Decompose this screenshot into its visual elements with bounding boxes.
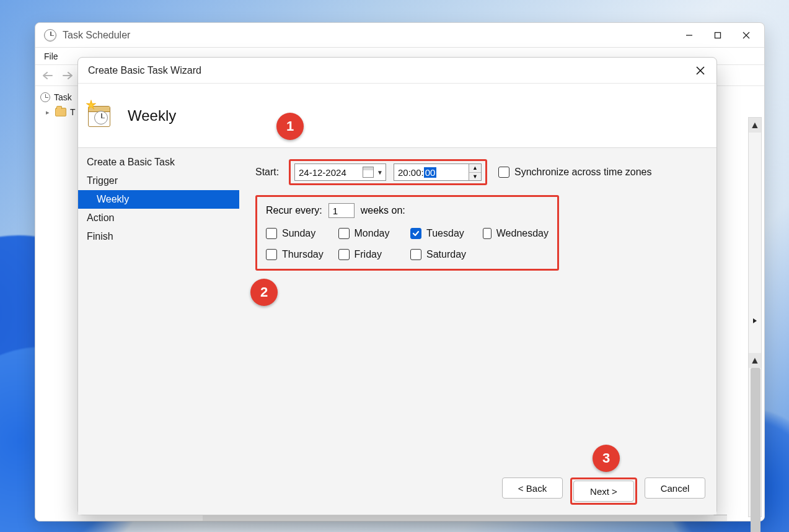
wizard-heading: Weekly xyxy=(128,107,176,124)
annotation-highlight-1: 24-12-2024 ▼ 20:00:00 ▲ ▼ xyxy=(289,159,487,185)
scroll-up-button-2[interactable]: ▲ xyxy=(749,353,761,368)
recur-row: Recur every: 1 weeks on: xyxy=(266,203,549,218)
time-spinner[interactable]: ▲ ▼ xyxy=(469,164,481,180)
scroll-thumb[interactable] xyxy=(751,368,760,532)
day-checkbox-friday[interactable]: Friday xyxy=(338,249,405,260)
spin-down-icon[interactable]: ▼ xyxy=(469,173,481,181)
step-trigger[interactable]: Trigger xyxy=(78,172,239,190)
nav-forward-button[interactable] xyxy=(59,68,76,84)
annotation-badge-2: 2 xyxy=(250,279,278,306)
menu-file[interactable]: File xyxy=(42,50,61,63)
next-button[interactable]: Next > xyxy=(573,481,634,502)
wizard-footer: < Back Next > Cancel xyxy=(502,477,705,505)
sync-timezones-checkbox[interactable]: Synchronize across time zones xyxy=(498,167,651,178)
titlebar: Task Scheduler xyxy=(35,23,764,48)
window-title: Task Scheduler xyxy=(63,30,130,41)
weeks-on-label: weeks on: xyxy=(361,205,405,216)
wizard-title: Create Basic Task Wizard xyxy=(88,65,201,76)
start-row: Start: 24-12-2024 ▼ 20:00:00 xyxy=(255,159,700,185)
recur-every-label: Recur every: xyxy=(266,205,322,216)
wizard-header: Weekly xyxy=(78,84,716,148)
bottom-panel-edge xyxy=(203,515,587,521)
wizard-steps: Create a Basic Task Trigger Weekly Actio… xyxy=(78,148,239,515)
chevron-down-icon: ▼ xyxy=(377,169,383,176)
calendar-icon xyxy=(363,167,374,178)
start-label: Start: xyxy=(255,167,283,178)
step-create[interactable]: Create a Basic Task xyxy=(78,153,239,172)
bottom-panel-edge xyxy=(541,515,727,521)
maximize-button[interactable] xyxy=(703,25,732,45)
day-checkbox-monday[interactable]: Monday xyxy=(338,228,405,239)
day-label: Tuesday xyxy=(426,228,464,239)
checkbox-box xyxy=(498,167,509,178)
sync-timezones-label: Synchronize across time zones xyxy=(514,167,651,178)
spin-up-icon[interactable]: ▲ xyxy=(469,164,481,173)
start-date-field[interactable]: 24-12-2024 ▼ xyxy=(294,164,386,181)
day-label: Thursday xyxy=(282,249,324,260)
checkbox-box xyxy=(266,228,277,239)
days-grid: SundayMondayTuesdayWednesdayThursdayFrid… xyxy=(266,228,549,260)
checkbox-box xyxy=(483,228,491,239)
back-button[interactable]: < Back xyxy=(502,477,563,499)
nav-back-button[interactable] xyxy=(39,68,56,84)
scroll-up-button[interactable]: ▲ xyxy=(749,118,761,133)
chevron-right-icon: ▸ xyxy=(44,108,51,116)
annotation-badge-1: 1 xyxy=(276,113,304,140)
actions-pane-scrollbar[interactable]: ▲ ▲ xyxy=(748,117,762,517)
start-date-value: 24-12-2024 xyxy=(299,167,346,178)
day-label: Sunday xyxy=(282,228,315,239)
expand-icon[interactable] xyxy=(749,313,761,328)
wizard-close-button[interactable] xyxy=(690,61,710,81)
minimize-button[interactable] xyxy=(675,25,703,45)
wizard-body: Create a Basic Task Trigger Weekly Actio… xyxy=(78,148,716,515)
day-checkbox-wednesday[interactable]: Wednesday xyxy=(483,228,549,239)
checkbox-box xyxy=(410,228,421,239)
step-finish[interactable]: Finish xyxy=(78,227,239,246)
create-basic-task-wizard: Create Basic Task Wizard Weekly Create a… xyxy=(77,57,717,515)
day-label: Friday xyxy=(355,249,382,260)
wizard-titlebar: Create Basic Task Wizard xyxy=(78,58,716,84)
wizard-step-icon xyxy=(84,101,114,131)
start-time-value: 20:00:00 xyxy=(394,167,469,178)
start-time-field[interactable]: 20:00:00 ▲ ▼ xyxy=(394,164,482,181)
checkbox-box xyxy=(338,249,350,260)
tree-root-label: Task xyxy=(54,92,72,102)
wizard-form: Start: 24-12-2024 ▼ 20:00:00 xyxy=(239,148,716,515)
close-button[interactable] xyxy=(732,25,760,45)
day-label: Saturday xyxy=(426,249,466,260)
checkbox-box xyxy=(266,249,277,260)
tree-child-label: T xyxy=(70,107,76,117)
checkbox-box xyxy=(338,228,350,239)
day-label: Wednesday xyxy=(496,228,549,239)
checkbox-box xyxy=(410,249,421,260)
step-weekly[interactable]: Weekly xyxy=(78,190,239,209)
clock-icon xyxy=(40,92,50,102)
annotation-badge-3: 3 xyxy=(593,445,620,472)
folder-icon xyxy=(55,108,66,116)
day-checkbox-thursday[interactable]: Thursday xyxy=(266,249,332,260)
cancel-button[interactable]: Cancel xyxy=(645,477,705,499)
annotation-highlight-2: Recur every: 1 weeks on: SundayMondayTue… xyxy=(255,195,559,271)
day-checkbox-tuesday[interactable]: Tuesday xyxy=(410,228,477,239)
step-action[interactable]: Action xyxy=(78,209,239,227)
day-label: Monday xyxy=(355,228,390,239)
annotation-highlight-3: Next > xyxy=(570,477,637,505)
clock-icon xyxy=(44,29,56,41)
svg-rect-1 xyxy=(715,32,721,38)
day-checkbox-saturday[interactable]: Saturday xyxy=(410,249,477,260)
day-checkbox-sunday[interactable]: Sunday xyxy=(266,228,332,239)
recur-weeks-field[interactable]: 1 xyxy=(328,203,355,218)
